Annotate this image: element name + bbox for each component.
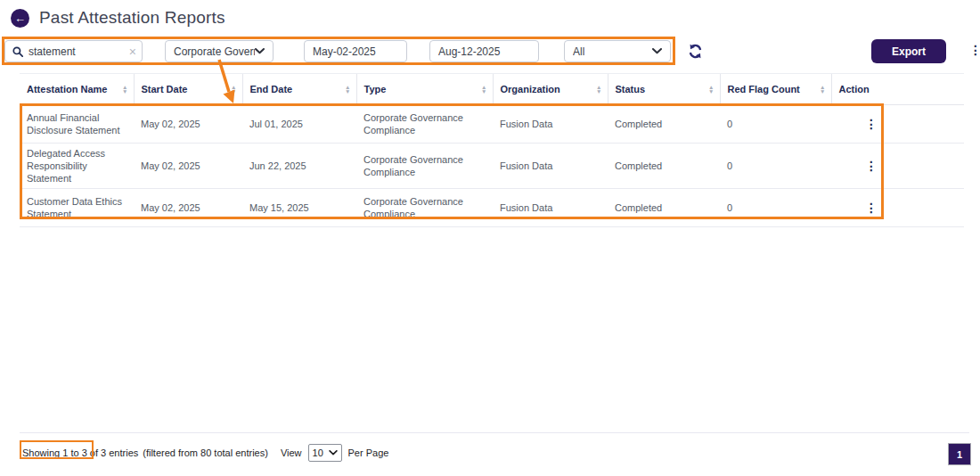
table-header-row: Attestation Name▲▼ Start Date▲▼ End Date… (20, 74, 964, 105)
kebab-icon: ⋮ (865, 117, 878, 131)
view-label: View (281, 447, 302, 458)
end-date-value: Aug-12-2025 (438, 45, 500, 58)
showing-entries-text: Showing 1 to 3 of 3 entries (22, 447, 138, 458)
start-date-input[interactable]: May-02-2025 (304, 40, 407, 62)
page-title: Past Attestation Reports (39, 8, 225, 28)
page-size-select[interactable]: 10 (308, 444, 342, 462)
col-header-start-date[interactable]: Start Date▲▼ (134, 74, 242, 105)
start-date-value: May-02-2025 (313, 45, 376, 58)
cell-red-flag-count: 0 (720, 105, 831, 144)
cell-type: Corporate Governance Compliance (356, 144, 493, 189)
end-date-input[interactable]: Aug-12-2025 (429, 40, 539, 62)
col-header-status[interactable]: Status▲▼ (608, 74, 720, 105)
sort-icon[interactable]: ▲▼ (345, 85, 350, 94)
sort-icon[interactable]: ▲▼ (708, 85, 714, 94)
cell-action: ⋮ (831, 105, 964, 144)
row-kebab-menu[interactable]: ⋮ (865, 118, 878, 130)
attestation-table: Attestation Name▲▼ Start Date▲▼ End Date… (20, 73, 964, 227)
cell-end-date: Jul 01, 2025 (242, 105, 356, 144)
sort-icon[interactable]: ▲▼ (596, 85, 601, 94)
cell-organization: Fusion Data (493, 189, 608, 227)
cell-red-flag-count: 0 (720, 144, 831, 189)
kebab-icon: ⋮ (865, 159, 878, 173)
chevron-down-icon (329, 450, 338, 455)
type-filter-select[interactable]: Corporate Goverr (165, 40, 274, 62)
chevron-down-icon (652, 48, 662, 54)
col-header-organization[interactable]: Organization▲▼ (493, 74, 608, 105)
col-header-attestation-name[interactable]: Attestation Name▲▼ (20, 74, 134, 105)
kebab-icon: ⋮ (969, 43, 980, 57)
cell-organization: Fusion Data (493, 144, 608, 189)
col-header-end-date[interactable]: End Date▲▼ (242, 74, 356, 105)
page-header: ← Past Attestation Reports (11, 8, 225, 28)
sort-icon[interactable]: ▲▼ (231, 85, 236, 94)
filter-bar: × Corporate Goverr May-02-2025 Aug-12-20… (0, 40, 980, 63)
chevron-down-icon (255, 48, 265, 54)
search-icon (12, 46, 23, 57)
cell-attestation-name: Delegated Access Responsibility Statemen… (20, 144, 134, 189)
table-row: Customer Data Ethics Statement May 02, 2… (20, 189, 964, 227)
search-box[interactable]: × (4, 40, 143, 62)
search-input[interactable] (29, 45, 124, 58)
cell-end-date: May 15, 2025 (242, 189, 356, 227)
cell-attestation-name: Customer Data Ethics Statement (20, 189, 134, 227)
cell-status: Completed (608, 144, 720, 189)
table-row: Delegated Access Responsibility Statemen… (20, 144, 964, 189)
export-button[interactable]: Export (871, 39, 946, 63)
col-header-type[interactable]: Type▲▼ (356, 74, 493, 105)
row-kebab-menu[interactable]: ⋮ (865, 160, 878, 172)
clear-search-icon[interactable]: × (129, 45, 136, 59)
status-filter-select[interactable]: All (564, 40, 671, 62)
sort-icon[interactable]: ▲▼ (122, 85, 127, 94)
cell-action: ⋮ (831, 189, 964, 227)
cell-type: Corporate Governance Compliance (356, 189, 493, 227)
col-header-red-flag-count[interactable]: Red Flag Count▲▼ (720, 74, 831, 105)
cell-status: Completed (608, 105, 720, 144)
back-button[interactable]: ← (11, 9, 29, 28)
table-bottom-divider (20, 432, 969, 433)
table-row: Annual Financial Disclosure Statement Ma… (20, 105, 964, 144)
cell-status: Completed (608, 189, 720, 227)
pagination-page-1-button[interactable]: 1 (948, 443, 971, 465)
status-filter-value: All (573, 45, 584, 58)
sort-icon[interactable]: ▲▼ (820, 85, 825, 94)
cell-start-date: May 02, 2025 (134, 189, 242, 227)
page-size-value: 10 (313, 447, 323, 458)
toolbar-kebab-menu[interactable]: ⋮ (969, 44, 980, 56)
col-header-action: Action (831, 74, 964, 105)
cell-red-flag-count: 0 (720, 189, 831, 227)
kebab-icon: ⋮ (865, 201, 878, 215)
filtered-entries-text: (filtered from 80 total entries) (143, 447, 268, 458)
refresh-icon (688, 44, 703, 59)
cell-start-date: May 02, 2025 (134, 105, 242, 144)
cell-type: Corporate Governance Compliance (356, 105, 493, 144)
type-filter-value: Corporate Goverr (174, 45, 255, 58)
cell-start-date: May 02, 2025 (134, 144, 242, 189)
cell-attestation-name: Annual Financial Disclosure Statement (20, 105, 134, 144)
cell-end-date: Jun 22, 2025 (242, 144, 356, 189)
cell-action: ⋮ (831, 144, 964, 189)
arrow-left-icon: ← (14, 12, 26, 24)
pagination-footer: Showing 1 to 3 of 3 entries (filtered fr… (22, 443, 388, 463)
per-page-label: Per Page (348, 447, 389, 458)
row-kebab-menu[interactable]: ⋮ (865, 201, 878, 214)
sort-icon[interactable]: ▲▼ (481, 85, 486, 94)
refresh-button[interactable] (688, 44, 703, 59)
cell-organization: Fusion Data (493, 105, 608, 144)
